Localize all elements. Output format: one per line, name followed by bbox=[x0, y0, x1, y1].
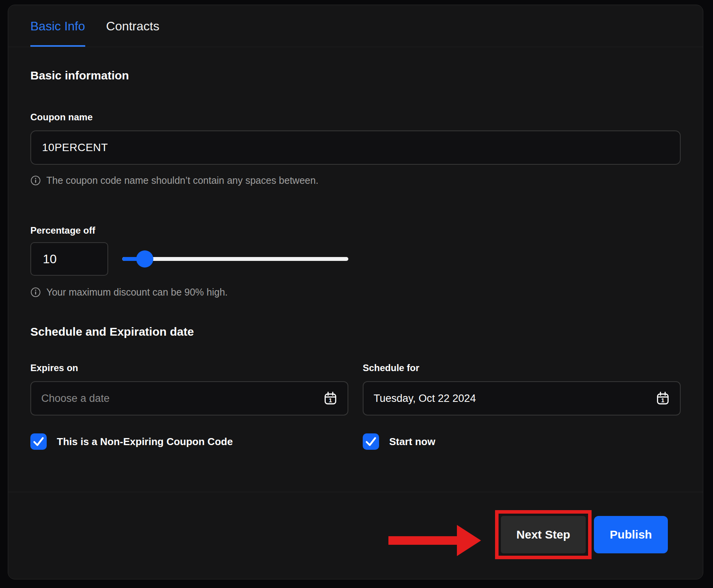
info-icon bbox=[30, 175, 41, 186]
coupon-name-input[interactable] bbox=[30, 130, 681, 165]
slider-track[interactable] bbox=[122, 257, 348, 261]
expires-on-placeholder: Choose a date bbox=[41, 393, 110, 405]
svg-text:1: 1 bbox=[661, 397, 664, 403]
info-icon bbox=[30, 287, 41, 298]
percentage-off-hint-text: Your maximum discount can be 90% high. bbox=[46, 287, 228, 298]
expires-on-input[interactable]: Choose a date 1 bbox=[30, 381, 348, 415]
tab-basic-info[interactable]: Basic Info bbox=[30, 19, 85, 47]
schedule-for-value: Tuesday, Oct 22 2024 bbox=[374, 393, 476, 405]
expires-on-label: Expires on bbox=[30, 363, 348, 373]
checkmark-icon bbox=[363, 433, 379, 450]
coupon-form-card: Basic Info Contracts Basic information C… bbox=[8, 5, 703, 579]
non-expiring-label: This is a Non-Expiring Coupon Code bbox=[57, 436, 233, 448]
schedule-grid: Expires on Choose a date 1 bbox=[30, 363, 681, 450]
basic-information-title: Basic information bbox=[30, 69, 681, 82]
publish-button[interactable]: Publish bbox=[594, 516, 668, 553]
svg-text:1: 1 bbox=[329, 397, 332, 403]
percentage-off-row bbox=[30, 242, 681, 276]
schedule-section-title: Schedule and Expiration date bbox=[30, 325, 681, 338]
coupon-name-hint: The coupon code name shouldn’t contain a… bbox=[30, 175, 681, 186]
start-now-checkbox[interactable] bbox=[363, 433, 379, 450]
annotation-arrow-icon bbox=[388, 524, 481, 557]
tab-contracts[interactable]: Contracts bbox=[106, 19, 160, 47]
coupon-name-hint-text: The coupon code name shouldn’t contain a… bbox=[46, 175, 318, 186]
next-step-button[interactable]: Next Step bbox=[501, 516, 586, 553]
percentage-off-hint: Your maximum discount can be 90% high. bbox=[30, 287, 681, 298]
form-content: Basic information Coupon name The coupon… bbox=[8, 69, 703, 450]
expires-on-column: Expires on Choose a date 1 bbox=[30, 363, 348, 450]
slider-thumb[interactable] bbox=[136, 250, 153, 268]
calendar-icon[interactable]: 1 bbox=[323, 391, 337, 405]
tab-contracts-label: Contracts bbox=[106, 19, 160, 33]
tab-basic-info-label: Basic Info bbox=[30, 19, 85, 33]
annotation-highlight-box: Next Step bbox=[495, 510, 592, 559]
start-now-label: Start now bbox=[389, 436, 435, 448]
schedule-for-input[interactable]: Tuesday, Oct 22 2024 1 bbox=[363, 381, 681, 415]
percentage-off-input[interactable] bbox=[30, 242, 108, 276]
schedule-for-label: Schedule for bbox=[363, 363, 681, 373]
percentage-slider[interactable] bbox=[122, 250, 348, 268]
schedule-for-column: Schedule for Tuesday, Oct 22 2024 1 bbox=[363, 363, 681, 450]
calendar-icon[interactable]: 1 bbox=[656, 391, 670, 405]
non-expiring-row: This is a Non-Expiring Coupon Code bbox=[30, 433, 348, 450]
form-footer: Next Step Publish bbox=[8, 492, 703, 559]
tab-bar: Basic Info Contracts bbox=[8, 5, 703, 47]
percentage-off-label: Percentage off bbox=[30, 225, 681, 236]
checkmark-icon bbox=[30, 433, 47, 450]
coupon-name-label: Coupon name bbox=[30, 112, 681, 123]
non-expiring-checkbox[interactable] bbox=[30, 433, 47, 450]
start-now-row: Start now bbox=[363, 433, 681, 450]
